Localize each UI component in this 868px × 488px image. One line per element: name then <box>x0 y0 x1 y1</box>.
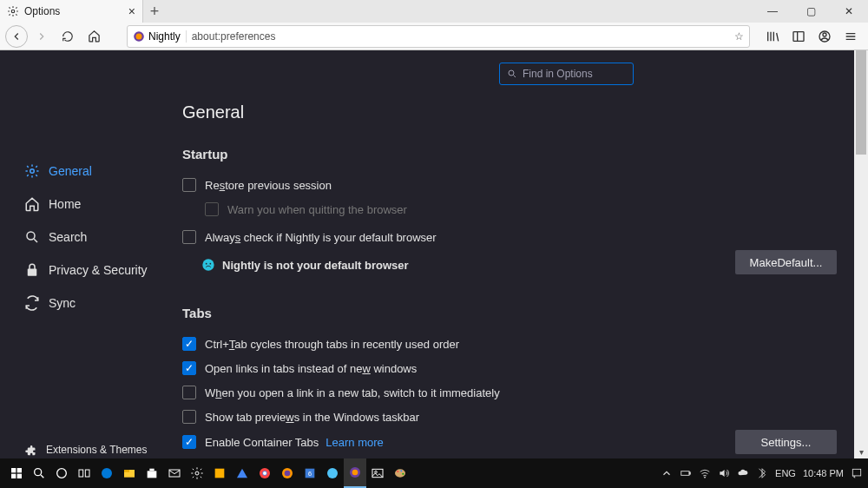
tab-previews-row[interactable]: Show tab previews in the Windows taskbar <box>182 406 837 428</box>
nightly-taskbar-icon[interactable] <box>344 458 366 488</box>
sidebar-item-general[interactable]: General <box>24 155 172 188</box>
find-in-options[interactable]: Find in Options <box>499 63 634 85</box>
maximize-button[interactable]: ▢ <box>792 0 830 23</box>
checkbox[interactable]: ✓ <box>182 361 196 375</box>
scrollbar-thumb[interactable] <box>856 50 866 155</box>
scroll-down-icon[interactable]: ▾ <box>854 445 868 458</box>
svg-point-2 <box>136 33 142 39</box>
firefox-taskbar-icon[interactable] <box>276 458 299 488</box>
titlebar: Options × + — ▢ ✕ <box>0 0 868 23</box>
svg-rect-26 <box>149 469 154 472</box>
sidebar-item-sync[interactable]: Sync <box>24 287 172 320</box>
url-bar[interactable]: Nightly about:preferences ☆ <box>127 25 750 48</box>
search-taskbar-icon[interactable] <box>28 458 50 488</box>
chrome-icon[interactable] <box>253 458 276 488</box>
checkbox[interactable]: ✓ <box>182 435 196 449</box>
mail-icon[interactable] <box>163 458 186 488</box>
app-icon[interactable] <box>321 458 344 488</box>
wifi-icon[interactable] <box>699 467 711 479</box>
restore-session-row[interactable]: Restore previous session <box>182 174 837 196</box>
bluetooth-icon[interactable] <box>756 467 768 479</box>
svg-point-43 <box>397 471 398 472</box>
label: Ctrl+Tab cycles through tabs in recently… <box>205 338 459 351</box>
notifications-icon[interactable] <box>851 467 863 479</box>
close-tab-icon[interactable]: × <box>128 4 135 18</box>
svg-rect-16 <box>11 474 16 478</box>
clock[interactable]: 10:48 PM <box>803 469 844 478</box>
container-settings-button[interactable]: Settings... <box>735 430 837 454</box>
task-view-icon[interactable] <box>73 458 95 488</box>
label: Always check if Nightly is your default … <box>205 231 437 244</box>
settings-taskbar-icon[interactable] <box>186 458 208 488</box>
system-tray: ENG 10:48 PM <box>661 467 863 479</box>
back-button[interactable] <box>5 25 28 48</box>
sidebar-item-privacy[interactable]: Privacy & Security <box>24 254 172 287</box>
sidebar-label: Sync <box>49 296 76 310</box>
sidebar-label: Extensions & Themes <box>46 444 148 456</box>
volume-icon[interactable] <box>718 467 730 479</box>
sidebar-item-extensions[interactable]: Extensions & Themes <box>24 437 148 458</box>
library-icon[interactable] <box>760 24 785 49</box>
svg-point-44 <box>400 470 402 472</box>
bookmark-star-icon[interactable]: ☆ <box>734 30 744 43</box>
svg-point-45 <box>402 473 404 475</box>
language-indicator[interactable]: ENG <box>775 468 796 478</box>
make-default-button[interactable]: Make Default... <box>735 250 837 274</box>
menu-icon[interactable] <box>838 24 863 49</box>
lock-icon <box>24 262 40 278</box>
svg-point-37 <box>327 468 338 478</box>
sidebar-item-home[interactable]: Home <box>24 188 172 221</box>
browser-tab[interactable]: Options × <box>0 0 143 23</box>
start-button[interactable] <box>5 458 28 488</box>
cortana-icon[interactable] <box>50 458 73 488</box>
tab-title: Options <box>24 5 123 17</box>
sidebar-item-search[interactable]: Search <box>24 221 172 254</box>
onedrive-icon[interactable] <box>737 467 749 479</box>
app-icon[interactable] <box>208 458 231 488</box>
checkbox[interactable] <box>182 230 196 244</box>
checkbox[interactable] <box>182 178 196 192</box>
tray-chevron-icon[interactable] <box>661 467 673 479</box>
battery-icon[interactable] <box>680 467 692 479</box>
sidebar-label: Privacy & Security <box>49 263 148 277</box>
default-browser-row[interactable]: Always check if Nightly is your default … <box>182 226 837 248</box>
paint-icon[interactable] <box>389 458 411 488</box>
checkbox[interactable] <box>182 386 196 399</box>
ctrl-tab-row[interactable]: ✓ Ctrl+Tab cycles through tabs in recent… <box>182 333 837 355</box>
new-tab-button[interactable]: + <box>143 0 166 23</box>
svg-rect-21 <box>85 470 89 477</box>
svg-point-13 <box>209 263 211 265</box>
home-button[interactable] <box>82 24 106 49</box>
open-links-row[interactable]: ✓ Open links in tabs instead of new wind… <box>182 357 837 379</box>
container-tabs-row[interactable]: ✓ Enable Container Tabs Learn more Setti… <box>182 430 837 454</box>
account-icon[interactable] <box>812 24 837 49</box>
svg-rect-27 <box>169 470 180 477</box>
sidebar-icon[interactable] <box>786 24 811 49</box>
forward-button[interactable] <box>30 24 54 49</box>
svg-point-48 <box>704 477 705 478</box>
store-icon[interactable] <box>141 458 163 488</box>
sync-icon <box>24 295 40 311</box>
svg-point-7 <box>30 169 35 174</box>
explorer-icon[interactable] <box>118 458 141 488</box>
checkbox[interactable] <box>182 410 196 424</box>
svg-point-19 <box>57 469 67 478</box>
svg-point-32 <box>263 472 266 475</box>
app-icon[interactable] <box>231 458 253 488</box>
startup-section: Startup Restore previous session Warn yo… <box>182 147 837 274</box>
scrollbar[interactable]: ▾ <box>854 50 868 458</box>
label: Restore previous session <box>205 179 332 192</box>
learn-more-link[interactable]: Learn more <box>326 436 383 449</box>
label: When you open a link in a new tab, switc… <box>205 386 500 399</box>
switch-tab-row[interactable]: When you open a link in a new tab, switc… <box>182 381 837 404</box>
svg-point-11 <box>202 259 214 270</box>
edge-icon[interactable] <box>95 458 118 488</box>
section-heading: Tabs <box>182 306 837 320</box>
site-identity[interactable]: Nightly <box>133 30 187 43</box>
close-window-button[interactable]: ✕ <box>830 0 868 23</box>
reload-button[interactable] <box>56 24 80 49</box>
app-icon[interactable]: 6 <box>299 458 321 488</box>
minimize-button[interactable]: — <box>753 0 792 23</box>
checkbox[interactable]: ✓ <box>182 337 196 351</box>
photos-icon[interactable] <box>366 458 389 488</box>
